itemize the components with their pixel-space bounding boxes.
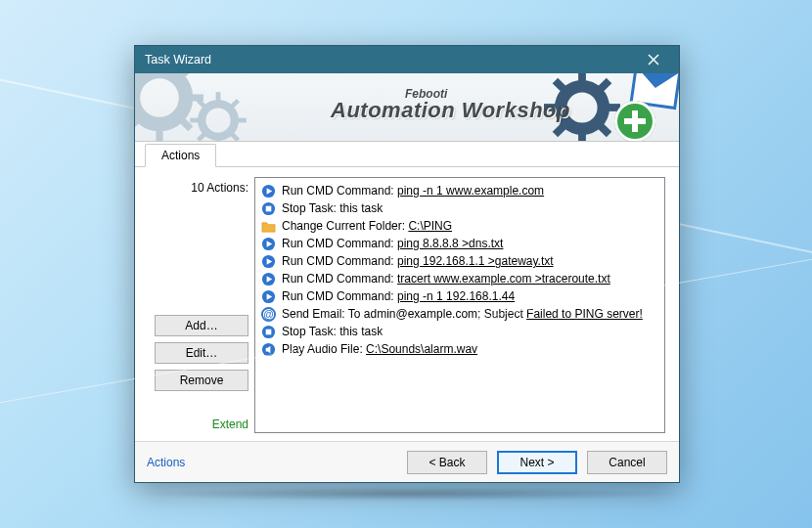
action-prefix: Send Email: To bbox=[282, 307, 364, 321]
banner-title: Automation Workshop bbox=[331, 98, 570, 123]
action-text: Run CMD Command: ping 192.168.1.1 >gatew… bbox=[282, 252, 554, 270]
plus-icon bbox=[614, 101, 655, 142]
action-row[interactable]: Run CMD Command: ping 192.168.1.1 >gatew… bbox=[261, 252, 658, 270]
svg-rect-14 bbox=[190, 118, 200, 123]
remove-button[interactable]: Remove bbox=[155, 370, 248, 391]
svg-rect-32 bbox=[266, 205, 272, 211]
svg-point-11 bbox=[202, 104, 235, 137]
action-text: Change Current Folder: C:\PING bbox=[282, 217, 452, 235]
next-button[interactable]: Next > bbox=[497, 451, 577, 474]
action-prefix: Play Audio File: bbox=[282, 342, 366, 356]
play-icon bbox=[261, 272, 276, 286]
help-link[interactable]: Actions bbox=[147, 456, 185, 469]
content-area: 10 Actions: Add… Edit… Remove Extend Run… bbox=[135, 167, 679, 441]
extend-link[interactable]: Extend bbox=[149, 418, 254, 433]
action-text: Play Audio File: C:\Sounds\alarm.wav bbox=[282, 340, 477, 358]
action-row[interactable]: Run CMD Command: ping 8.8.8.8 >dns.txt bbox=[261, 235, 658, 252]
titlebar: Task Wizard bbox=[135, 46, 679, 73]
svg-point-2 bbox=[135, 73, 186, 124]
back-button[interactable]: < Back bbox=[407, 451, 487, 474]
svg-rect-12 bbox=[216, 92, 221, 102]
action-row[interactable]: Stop Task: this task bbox=[261, 323, 658, 340]
action-row[interactable]: @Send Email: To admin@example.com; Subje… bbox=[261, 305, 658, 323]
svg-rect-44 bbox=[266, 329, 272, 334]
edit-button[interactable]: Edit… bbox=[155, 342, 248, 364]
action-text: Run CMD Command: ping -n 1 192.168.1.44 bbox=[282, 287, 515, 305]
audio-icon bbox=[261, 342, 276, 357]
action-text: Run CMD Command: ping 8.8.8.8 >dns.txt bbox=[282, 235, 503, 252]
action-text: Send Email: To admin@example.com; Subjec… bbox=[282, 305, 643, 323]
close-icon bbox=[648, 54, 659, 66]
action-link[interactable]: tracert www.example.com >traceroute.txt bbox=[397, 272, 610, 286]
action-row[interactable]: Run CMD Command: ping -n 1 www.example.c… bbox=[261, 182, 658, 199]
folder-icon bbox=[261, 219, 276, 234]
action-link[interactable]: ping -n 1 www.example.com bbox=[397, 184, 544, 198]
window-title: Task Wizard bbox=[145, 53, 634, 66]
svg-text:@: @ bbox=[263, 309, 273, 320]
svg-rect-15 bbox=[237, 118, 247, 123]
close-button[interactable] bbox=[634, 49, 673, 70]
action-prefix: Run CMD Command: bbox=[282, 237, 397, 250]
action-prefix: Run CMD Command: bbox=[282, 184, 397, 198]
action-row[interactable]: Play Audio File: C:\Sounds\alarm.wav bbox=[261, 340, 658, 358]
action-prefix: Stop Task: bbox=[282, 201, 339, 215]
play-icon bbox=[261, 289, 276, 304]
action-row[interactable]: Change Current Folder: C:\PING bbox=[261, 217, 658, 235]
svg-rect-4 bbox=[156, 126, 162, 142]
action-row[interactable]: Run CMD Command: ping -n 1 192.168.1.44 bbox=[261, 287, 658, 305]
action-link[interactable]: ping 192.168.1.1 >gateway.txt bbox=[397, 254, 554, 268]
action-prefix: Change Current Folder: bbox=[282, 219, 408, 233]
actions-listbox[interactable]: Run CMD Command: ping -n 1 www.example.c… bbox=[254, 177, 665, 433]
mail-icon: @ bbox=[261, 307, 276, 322]
footer: Actions < Back Next > Cancel bbox=[135, 441, 679, 482]
action-prefix: Run CMD Command: bbox=[282, 272, 397, 286]
action-row[interactable]: Stop Task: this task bbox=[261, 199, 658, 217]
gear-icon bbox=[189, 91, 248, 142]
action-prefix: Stop Task: bbox=[282, 325, 339, 338]
play-icon bbox=[261, 254, 276, 269]
action-text: Run CMD Command: tracert www.example.com… bbox=[282, 270, 610, 287]
action-plain: this task bbox=[339, 325, 383, 338]
action-prefix: Run CMD Command: bbox=[282, 254, 397, 268]
action-text: Run CMD Command: ping -n 1 www.example.c… bbox=[282, 182, 544, 199]
action-link[interactable]: C:\PING bbox=[408, 219, 452, 233]
action-text: Stop Task: this task bbox=[282, 199, 383, 217]
svg-rect-21 bbox=[578, 73, 586, 83]
action-link[interactable]: C:\Sounds\alarm.wav bbox=[366, 342, 477, 356]
tab-actions[interactable]: Actions bbox=[145, 144, 216, 167]
actions-count-label: 10 Actions: bbox=[149, 177, 254, 195]
task-wizard-window: Task Wizard bbox=[134, 45, 680, 483]
action-plain: admin@example.com; Subject bbox=[364, 307, 526, 321]
window-shadow bbox=[137, 487, 685, 502]
action-row[interactable]: Run CMD Command: tracert www.example.com… bbox=[261, 270, 658, 287]
action-plain: this task bbox=[339, 201, 383, 215]
action-link[interactable]: ping -n 1 192.168.1.44 bbox=[397, 289, 515, 303]
left-column: 10 Actions: Add… Edit… Remove Extend bbox=[149, 177, 254, 433]
stop-icon bbox=[261, 201, 276, 216]
tab-label: Actions bbox=[161, 149, 200, 162]
action-prefix: Run CMD Command: bbox=[282, 289, 397, 303]
cancel-button[interactable]: Cancel bbox=[587, 451, 667, 474]
add-button[interactable]: Add… bbox=[155, 315, 248, 336]
stop-icon bbox=[261, 325, 276, 339]
tabstrip: Actions bbox=[135, 142, 679, 167]
play-icon bbox=[261, 237, 276, 251]
action-text: Stop Task: this task bbox=[282, 323, 383, 340]
action-link[interactable]: Failed to PING server! bbox=[526, 307, 643, 321]
banner-text: Febooti Automation Workshop bbox=[331, 87, 570, 123]
action-link[interactable]: ping 8.8.8.8 >dns.txt bbox=[397, 237, 503, 250]
play-icon bbox=[261, 184, 276, 198]
desktop-background: Task Wizard bbox=[0, 0, 812, 528]
banner: Febooti Automation Workshop bbox=[135, 73, 679, 142]
svg-rect-22 bbox=[578, 132, 586, 142]
